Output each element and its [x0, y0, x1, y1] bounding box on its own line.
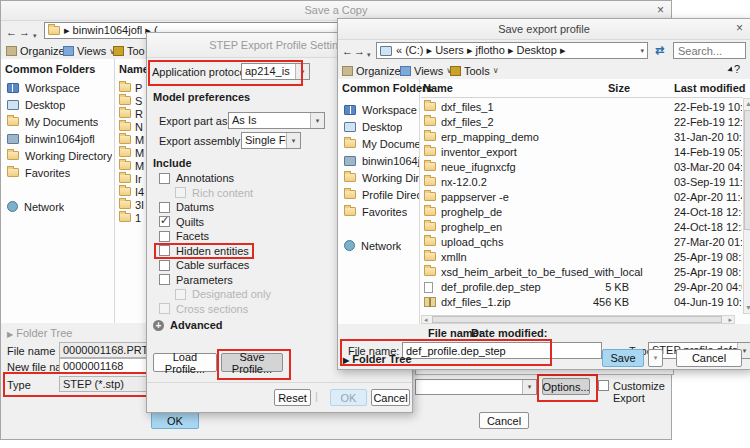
- file-row[interactable]: S: [119, 94, 149, 107]
- file-row[interactable]: nx-12.0.2 03-Sep-19 11:40:: [421, 175, 743, 190]
- file-row[interactable]: erp_mapping_demo 31-Jan-20 10:31:: [421, 130, 743, 145]
- scroll-left-icon[interactable]: ◂: [424, 316, 428, 324]
- views-menu[interactable]: Views ∨: [400, 63, 452, 78]
- file-row[interactable]: I4: [119, 185, 149, 198]
- horizontal-scrollbar[interactable]: ◂ ▸: [421, 315, 735, 324]
- file-name-input[interactable]: [402, 342, 602, 359]
- file-row[interactable]: M: [119, 146, 149, 159]
- advanced-toggle[interactable]: + Advanced: [153, 319, 223, 331]
- checkbox[interactable]: [159, 303, 170, 314]
- name-column-header[interactable]: Name: [119, 63, 149, 75]
- forward-button[interactable]: →: [354, 44, 365, 58]
- file-row[interactable]: dxf_files_2 22-Feb-19 12:47:: [421, 115, 743, 130]
- sidebar-item[interactable]: Workspace: [341, 101, 419, 118]
- file-row[interactable]: dxf_files_1.zip 456 KB 04-Jun-19 10:07:: [421, 295, 743, 310]
- file-row[interactable]: inventor_export 14-Feb-19 05:09:: [421, 145, 743, 160]
- help-cursor-icon[interactable]: ?: [729, 63, 740, 75]
- checkbox[interactable]: [175, 187, 186, 198]
- views-menu[interactable]: Views ∨: [63, 43, 115, 59]
- file-row[interactable]: proghelp_de 24-Oct-18 12:42:: [421, 205, 743, 220]
- modified-column-header[interactable]: Last modified: [674, 82, 746, 94]
- sidebar-item[interactable]: Favorites: [341, 203, 419, 220]
- address-bar[interactable]: « (C:) ▸ Users ▸ jflotho ▸ Desktop ▸ ▾: [376, 42, 648, 59]
- file-row[interactable]: N: [119, 120, 149, 133]
- chevron-down-icon[interactable]: ▾: [522, 380, 536, 394]
- chevron-down-icon[interactable]: ▾: [310, 113, 324, 128]
- step-cancel-button[interactable]: Cancel: [371, 389, 410, 406]
- file-row[interactable]: M: [119, 133, 149, 146]
- reset-button[interactable]: Reset: [274, 389, 311, 406]
- sidebar-item[interactable]: Network: [4, 198, 112, 215]
- sidebar-item[interactable]: Working Directory: [341, 169, 419, 186]
- checkbox[interactable]: [159, 173, 170, 184]
- file-row[interactable]: proghelp_en 24-Oct-18 12:38:: [421, 220, 743, 235]
- history-dropdown-icon[interactable]: ▾: [33, 29, 37, 43]
- export-assembly-as-dropdown[interactable]: Single File ▾: [241, 132, 301, 149]
- size-column-header[interactable]: Size: [608, 82, 630, 94]
- scroll-right-icon[interactable]: ▸: [728, 316, 732, 324]
- export-part-as-dropdown[interactable]: As Is ▾: [228, 112, 325, 129]
- sidebar-item[interactable]: Workspace: [4, 79, 112, 96]
- name-column-header[interactable]: Name: [423, 82, 453, 94]
- save-profile-button[interactable]: Save Profile...: [221, 353, 283, 372]
- profile-combobox[interactable]: ▾: [415, 379, 537, 395]
- refresh-icon[interactable]: ⇄: [655, 44, 664, 57]
- checkbox[interactable]: [159, 231, 170, 242]
- checkbox[interactable]: [159, 274, 170, 285]
- file-row[interactable]: dxf_files_1 22-Feb-19 10:33:: [421, 100, 743, 115]
- chevron-down-icon[interactable]: ▾: [295, 64, 309, 79]
- scroll-down-icon[interactable]: ▼: [745, 304, 750, 312]
- file-row[interactable]: xsd_heim_arbeit_to_be_fused_with_local 2…: [421, 265, 743, 280]
- file-row[interactable]: 3I: [119, 198, 149, 211]
- options-button[interactable]: Options...: [542, 378, 590, 395]
- sidebar-item[interactable]: My Documents: [341, 135, 419, 152]
- search-input[interactable]: [673, 42, 746, 59]
- scrollbar-thumb[interactable]: [744, 110, 750, 230]
- checkbox[interactable]: [159, 216, 170, 227]
- folder-tree-toggle[interactable]: ▶ Folder Tree: [7, 327, 72, 339]
- checkbox[interactable]: [159, 245, 170, 256]
- file-row[interactable]: M: [119, 159, 149, 172]
- history-dropdown-icon[interactable]: ▾: [367, 48, 371, 62]
- sidebar-item[interactable]: Desktop: [4, 96, 112, 113]
- file-row[interactable]: def_profile.dep_step 5 KB 29-Apr-20 04:0…: [421, 280, 743, 295]
- close-icon[interactable]: ×: [736, 19, 743, 37]
- file-row[interactable]: neue_ifugnxcfg 03-Mar-20 04:49:: [421, 160, 743, 175]
- file-row[interactable]: xmlln 25-Apr-19 08:25:: [421, 250, 743, 265]
- chevron-down-icon[interactable]: ▾: [640, 47, 644, 55]
- sidebar-item[interactable]: My Documents: [4, 113, 112, 130]
- save-button[interactable]: Save: [602, 349, 644, 367]
- load-profile-button[interactable]: Load Profile...: [153, 353, 217, 372]
- file-row[interactable]: upload_qchs 27-Mar-20 01:05:: [421, 235, 743, 250]
- checkbox[interactable]: [175, 289, 186, 300]
- pane-divider[interactable]: [419, 79, 420, 324]
- sidebar-item[interactable]: Favorites: [4, 164, 112, 181]
- sidebar-item[interactable]: binwin1064jofl: [4, 130, 112, 147]
- vertical-scrollbar[interactable]: ▲ ▼: [743, 98, 750, 314]
- forward-button[interactable]: →: [19, 25, 30, 39]
- save-dropdown-icon[interactable]: ▾: [648, 349, 663, 367]
- customize-export-checkbox[interactable]: [598, 380, 609, 391]
- sidebar-item[interactable]: binwin1064jofl: [341, 152, 419, 169]
- scrollbar-thumb[interactable]: [432, 316, 722, 323]
- file-row[interactable]: Ir: [119, 172, 149, 185]
- sidebar-item[interactable]: Desktop: [341, 118, 419, 135]
- sidebar-item[interactable]: Network: [341, 237, 419, 254]
- tools-menu[interactable]: Too: [113, 43, 145, 59]
- file-row[interactable]: R: [119, 107, 149, 120]
- ok-button[interactable]: OK: [151, 412, 199, 429]
- step-ok-button[interactable]: OK: [330, 389, 367, 406]
- chevron-down-icon[interactable]: ▾: [286, 133, 300, 148]
- close-icon[interactable]: ×: [657, 1, 664, 19]
- tools-menu[interactable]: Tools ∨: [450, 63, 499, 78]
- back-button[interactable]: ←: [342, 44, 353, 58]
- folder-tree-toggle[interactable]: ▶ Folder Tree: [343, 353, 412, 365]
- sidebar-item[interactable]: Working Directory: [4, 147, 112, 164]
- file-row[interactable]: pappserver -e 02-Apr-20 11:43:: [421, 190, 743, 205]
- scroll-up-icon[interactable]: ▲: [745, 100, 750, 108]
- application-protocol-dropdown[interactable]: ap214_is ▾: [241, 63, 310, 80]
- file-row[interactable]: P: [119, 81, 149, 94]
- cancel-button[interactable]: Cancel: [676, 349, 742, 367]
- cancel-button[interactable]: Cancel: [479, 412, 529, 429]
- checkbox[interactable]: [159, 260, 170, 271]
